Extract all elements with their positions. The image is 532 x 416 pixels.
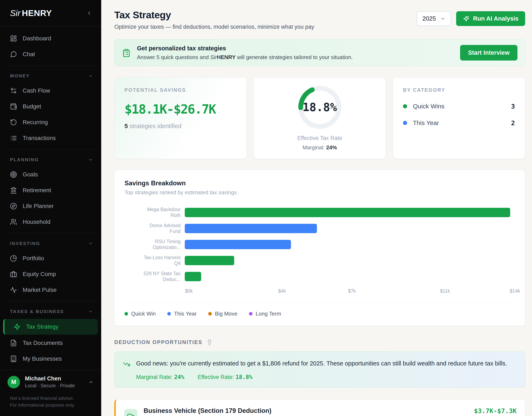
marginal-prefix: Marginal: — [302, 144, 326, 151]
sidebar-item-tax-documents[interactable]: Tax Documents — [0, 335, 101, 351]
sidebar-section-planning[interactable]: PLANNING — [0, 153, 101, 167]
banner-body-prefix: Answer 5 quick questions and — [137, 54, 210, 60]
main-content: Tax Strategy Optimize your taxes — find … — [101, 0, 532, 416]
sidebar-collapse-button[interactable] — [86, 10, 92, 16]
sparkles-icon — [463, 15, 469, 22]
sidebar-divider — [4, 149, 97, 149]
year-select[interactable]: 2025 — [417, 11, 451, 26]
axis-tick: $0k — [185, 288, 193, 294]
sidebar-item-budget[interactable]: Budget — [0, 99, 101, 114]
section-title-label: TAXES & BUSINESS — [10, 309, 64, 314]
banner-text: Get personalized tax strategies Answer 5… — [137, 45, 353, 60]
marginal-rate-label: Marginal Rate: — [136, 374, 174, 380]
bar-label-line: Q4 — [174, 261, 180, 266]
rate-summary: Marginal Rate: 24% Effective Rate: 18.8% — [136, 374, 517, 380]
deduction-item-amount: $3.7K-$7.3K — [474, 407, 517, 415]
category-name: Quick Wins — [413, 103, 445, 110]
chevron-down-icon — [88, 74, 93, 78]
sidebar-item-life-planner[interactable]: Life Planner — [0, 198, 101, 214]
sidebar-item-goals[interactable]: Goals — [0, 167, 101, 182]
sidebar-item-my-businesses[interactable]: My Businesses — [0, 351, 101, 367]
marginal-rate: Marginal: 24% — [302, 144, 337, 151]
start-interview-button[interactable]: Start Interview — [460, 45, 517, 60]
sidebar-item-label: Chat — [23, 51, 35, 58]
category-row-quick-wins: Quick Wins 3 — [403, 103, 515, 110]
legend-this-year: This Year — [167, 311, 196, 317]
bar-label-line: Fund — [170, 228, 180, 234]
banner-body-suffix: will generate strategies tailored to you… — [236, 54, 353, 60]
chevron-down-icon — [88, 158, 93, 162]
bar-label: RSU TimingOptimizatio... — [124, 239, 185, 250]
marginal-value: 24% — [326, 144, 337, 151]
sidebar-item-recurring[interactable]: Recurring — [0, 114, 101, 130]
avatar: M — [8, 376, 20, 388]
bar-label-line: Deduc... — [163, 277, 180, 282]
sidebar-header: SirHENRY — [0, 0, 101, 26]
sidebar-item-transactions[interactable]: Transactions — [0, 130, 101, 146]
bar-track — [185, 272, 515, 281]
zap-icon — [13, 323, 20, 330]
user-menu[interactable]: M Michael Chen Local · Secure · Private — [8, 376, 94, 388]
run-ai-analysis-button[interactable]: Run AI Analysis — [456, 11, 525, 26]
header-actions: 2025 Run AI Analysis — [417, 11, 525, 26]
sidebar-divider — [4, 66, 97, 66]
sidebar-user-block: M Michael Chen Local · Secure · Private … — [0, 370, 101, 416]
savings-breakdown-card: Savings Breakdown Top strategies ranked … — [114, 170, 525, 326]
sidebar-item-label: Market Pulse — [23, 287, 57, 293]
bar-label-line: 529 NY State Tax — [144, 271, 180, 276]
bar-label: Mega BackdoorRoth — [124, 207, 185, 218]
category-name: This Year — [413, 119, 439, 127]
quick-wins-dot-icon — [403, 104, 407, 108]
chat-icon — [10, 51, 17, 58]
chevron-down-icon — [88, 241, 93, 246]
bar-label-line: Donor Advised — [149, 223, 180, 228]
effective-rate-stat: Effective Rate: 18.8% — [198, 374, 253, 380]
sidebar-item-label: Goals — [23, 171, 38, 178]
by-category-card: BY CATEGORY Quick Wins 3 This Year 2 — [393, 77, 525, 159]
landmark-icon — [10, 187, 17, 194]
sidebar-item-tax-strategy[interactable]: Tax Strategy — [3, 319, 98, 335]
axis-tick: $7k — [348, 288, 356, 294]
building-icon — [10, 355, 17, 362]
bar-row-tax-loss-harvest: Tax-Loss HarvestQ4 — [124, 253, 515, 268]
effective-rate-label: Effective Rate: — [198, 374, 236, 380]
user-info: Michael Chen Local · Secure · Private — [25, 376, 75, 388]
sidebar-item-chat[interactable]: Chat — [0, 46, 101, 62]
banner-title: Get personalized tax strategies — [137, 45, 353, 52]
disclaimer-line: Not a licensed financial advisor. — [10, 395, 91, 402]
strategies-suffix: strategies identified — [128, 123, 181, 129]
bar-mega-backdoor-roth — [185, 208, 510, 217]
sidebar-item-label: Cash Flow — [23, 87, 50, 94]
by-category-label: BY CATEGORY — [403, 87, 515, 93]
chart-divider — [124, 303, 515, 303]
sidebar-section-money[interactable]: MONEY — [0, 69, 101, 83]
start-interview-label: Start Interview — [468, 49, 510, 56]
bar-row-rsu-timing: RSU TimingOptimizatio... — [124, 237, 515, 253]
deduction-item-business-vehicle[interactable]: Business Vehicle (Section 179 Deduction)… — [114, 399, 525, 416]
sidebar-item-household[interactable]: Household — [0, 214, 101, 230]
car-icon — [124, 409, 137, 416]
this-year-dot-icon — [403, 121, 407, 125]
sidebar-item-portfolio[interactable]: Portfolio — [0, 250, 101, 266]
sidebar-item-market-pulse[interactable]: Market Pulse — [0, 282, 101, 298]
bar-track — [185, 240, 515, 249]
bar-label: 529 NY State TaxDeduc... — [124, 271, 185, 282]
sidebar-section-taxes-business[interactable]: TAXES & BUSINESS — [0, 305, 101, 318]
users-icon — [10, 218, 17, 226]
deduction-opportunities-header: DEDUCTION OPPORTUNITIES — [114, 339, 525, 345]
bar-row-donor-advised-fund: Donor AdvisedFund — [124, 220, 515, 237]
page-subtitle: Optimize your taxes — find deductions, m… — [114, 24, 314, 30]
wallet-icon — [10, 103, 17, 110]
activity-icon — [10, 287, 17, 294]
sidebar-item-retirement[interactable]: Retirement — [0, 182, 101, 198]
sidebar-item-equity-comp[interactable]: Equity Comp — [0, 266, 101, 282]
bar-label-line: RSU Timing — [155, 239, 180, 244]
sidebar: SirHENRY Dashboard Chat MONEY Cas — [0, 0, 101, 416]
legend-dot-icon — [167, 312, 171, 316]
sidebar-section-investing[interactable]: INVESTING — [0, 237, 101, 250]
legend-label: Big Move — [215, 311, 237, 317]
potential-savings-card: POTENTIAL SAVINGS $18.1K-$26.7K 5 strate… — [114, 77, 247, 159]
sidebar-item-dashboard[interactable]: Dashboard — [0, 30, 101, 46]
sidebar-item-cash-flow[interactable]: Cash Flow — [0, 83, 101, 99]
legend-quick-win: Quick Win — [124, 311, 156, 317]
